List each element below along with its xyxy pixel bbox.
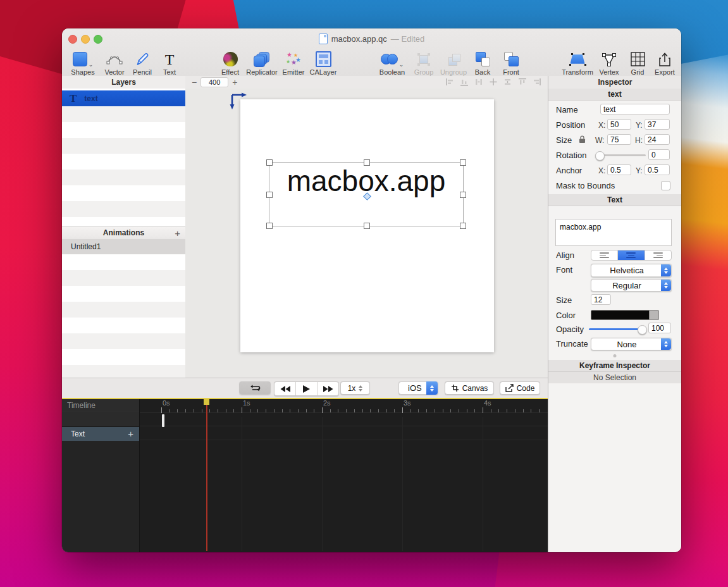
distribute-vertical-icon[interactable] — [503, 78, 512, 86]
selection-handle-sw[interactable] — [266, 223, 273, 229]
font-style-dropdown[interactable]: Regular — [591, 279, 672, 292]
text-color-well[interactable] — [591, 310, 659, 320]
position-y-field[interactable] — [645, 119, 670, 130]
opacity-slider[interactable] — [589, 328, 645, 330]
play-button[interactable] — [296, 382, 318, 395]
opacity-label: Opacity — [556, 324, 584, 334]
timeline-panel: 0s1s2s3s4s Timeline Text + — [62, 398, 548, 552]
ruler-label: 1s — [243, 399, 250, 407]
canvas-view-button[interactable]: Canvas — [445, 381, 494, 395]
rewind-icon — [280, 386, 290, 392]
share-icon — [505, 384, 514, 392]
toolbar-calayer[interactable]: CALayer — [305, 51, 342, 76]
panel-resize-handle[interactable] — [614, 354, 617, 357]
selection-handle-se[interactable] — [460, 223, 466, 229]
replicator-icon — [254, 52, 270, 67]
ruler-label: 2s — [323, 399, 331, 407]
truncate-dropdown[interactable]: None — [591, 338, 672, 350]
shape-square-icon — [73, 52, 87, 66]
toolbar-export[interactable]: Export — [646, 51, 681, 76]
toolbar-text[interactable]: T Text — [151, 51, 188, 76]
fast-forward-icon — [323, 386, 333, 392]
ruler-label: 4s — [484, 399, 491, 407]
layer-name: text — [84, 94, 97, 103]
size-h-field[interactable] — [645, 134, 670, 145]
rotation-slider[interactable] — [596, 154, 646, 156]
window-title-group: macbox.app.qc — Edited — [62, 34, 681, 44]
name-field[interactable] — [600, 104, 670, 114]
position-x-field[interactable] — [607, 119, 631, 130]
design-canvas[interactable]: macbox.app — [240, 99, 494, 352]
selection-handle-w[interactable] — [266, 192, 273, 198]
keyframe-empty-state: No Selection — [548, 372, 681, 383]
text-section-header: Text — [548, 194, 681, 206]
selection-handle-n[interactable] — [364, 159, 370, 166]
align-right-icon[interactable] — [533, 78, 541, 86]
zoom-level-field[interactable]: 400 — [201, 77, 228, 87]
timeline-track-text[interactable]: Text + — [62, 427, 139, 441]
app-window: macbox.app.qc — Edited ⌄ Shapes Vector — [62, 28, 681, 552]
selection-handle-nw[interactable] — [266, 159, 273, 166]
timeline-header: Timeline — [62, 399, 139, 412]
opacity-field[interactable] — [648, 323, 671, 333]
color-picker-tab[interactable] — [649, 311, 658, 319]
size-w-field[interactable] — [607, 134, 631, 145]
align-right-segment[interactable] — [645, 250, 671, 260]
send-to-back-icon — [476, 52, 490, 66]
keyframe-marker[interactable] — [162, 414, 164, 427]
boolean-icon — [381, 54, 398, 65]
size-lock-icon[interactable] — [579, 135, 586, 144]
distribute-horizontal-icon[interactable] — [474, 78, 483, 86]
mask-to-bounds-checkbox[interactable] — [661, 181, 670, 190]
anchor-y-field[interactable] — [645, 164, 670, 175]
align-top-icon[interactable] — [518, 78, 527, 86]
selection-handle-e[interactable] — [460, 192, 466, 198]
bring-to-front-icon — [504, 52, 519, 66]
stepper-icon — [661, 338, 671, 350]
text-layer-icon: T — [70, 92, 77, 105]
code-view-button[interactable]: Code — [500, 381, 540, 395]
layer-row-text[interactable]: T text — [62, 90, 185, 106]
name-label: Name — [556, 105, 578, 114]
layers-panel-header: Layers — [62, 76, 186, 89]
selection-handle-ne[interactable] — [460, 159, 466, 166]
titlebar-toolbar: macbox.app.qc — Edited ⌄ Shapes Vector — [62, 28, 681, 77]
playhead-handle[interactable] — [204, 399, 209, 405]
animation-row-untitled1[interactable]: Untitled1 — [62, 239, 185, 254]
selection-handle-s[interactable] — [364, 223, 370, 229]
text-content-field[interactable]: macbox.app — [555, 219, 672, 246]
loop-toggle-button[interactable] — [239, 381, 271, 395]
align-bottom-icon[interactable] — [460, 78, 469, 86]
zoom-out-button[interactable]: − — [192, 77, 197, 87]
text-layer-selection[interactable]: macbox.app — [269, 162, 464, 226]
effect-icon — [223, 52, 238, 66]
platform-dropdown[interactable]: iOS — [398, 381, 438, 395]
animations-list-empty — [62, 254, 185, 378]
ruler-label: 0s — [163, 399, 170, 407]
stepper-icon — [359, 385, 362, 392]
align-center-icon[interactable] — [489, 78, 498, 86]
rewind-button[interactable] — [275, 382, 296, 395]
group-icon — [417, 53, 430, 66]
text-size-field[interactable] — [591, 294, 611, 305]
align-left-icon[interactable] — [445, 78, 454, 86]
zoom-in-button[interactable]: + — [232, 77, 237, 87]
canvas-area[interactable]: macbox.app — [185, 89, 548, 378]
toolbar-front[interactable]: Front — [493, 51, 529, 76]
truncate-label: Truncate — [556, 339, 588, 349]
ungroup-icon — [447, 53, 460, 66]
fast-forward-button[interactable] — [318, 382, 338, 395]
playback-speed-stepper[interactable]: 1x — [340, 381, 370, 395]
text-tool-icon: T — [165, 52, 175, 67]
canvas-toolbar: − 400 + — [185, 76, 548, 89]
ruler-label: 3s — [404, 399, 411, 407]
playhead-line — [206, 405, 207, 551]
align-left-segment[interactable] — [591, 250, 618, 260]
add-keyframe-button[interactable]: + — [128, 427, 133, 441]
anchor-x-field[interactable] — [607, 164, 631, 175]
layers-list-empty — [62, 106, 185, 226]
rotation-field[interactable] — [648, 149, 670, 160]
add-animation-button[interactable]: + — [175, 227, 180, 239]
font-family-dropdown[interactable]: Helvetica — [591, 264, 672, 277]
align-center-segment[interactable] — [618, 250, 645, 260]
